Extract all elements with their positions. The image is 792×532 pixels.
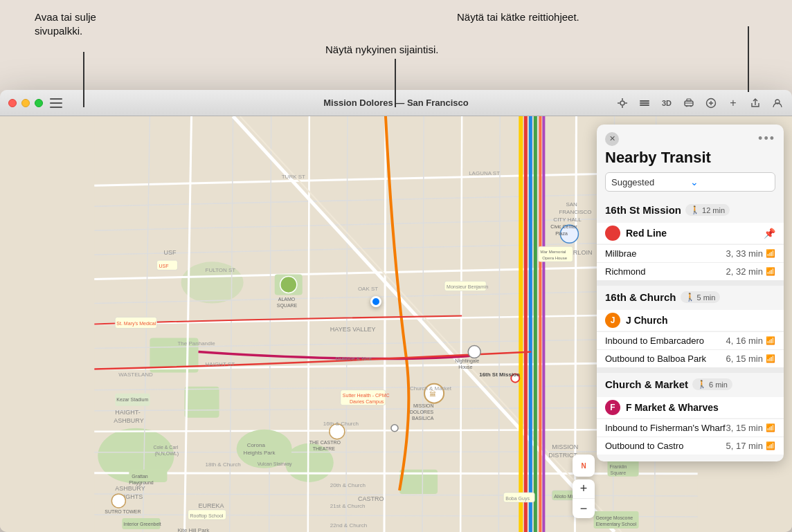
svg-text:THE CASTRO: THE CASTRO (309, 440, 341, 445)
panel-scroll-area[interactable]: 16th St Mission 🚶 12 min Red Line 📌 Mill… (597, 199, 784, 461)
panel-more-button[interactable]: ••• (758, 131, 775, 146)
svg-text:20th & Church: 20th & Church (330, 482, 366, 488)
svg-point-10 (690, 105, 692, 107)
svg-text:MISSION: MISSION (413, 403, 434, 408)
station-header: 16th & Church 🚶 5 min (605, 291, 775, 303)
svg-text:Vulcan Stairway: Vulcan Stairway (258, 461, 292, 467)
route-time: 3, 15 min (726, 423, 763, 433)
titlebar-actions: 3D + (616, 97, 784, 109)
svg-point-81 (280, 276, 297, 293)
svg-text:HAIGHT ST: HAIGHT ST (206, 361, 235, 367)
station-walk-time: 🚶 12 min (685, 204, 730, 216)
map-area[interactable]: HAIGHT- ASHBURY WASTELAND USF HAYES VALL… (0, 116, 792, 532)
svg-text:THEATRE: THEATRE (313, 446, 335, 451)
svg-text:Franklin: Franklin (610, 464, 627, 469)
transit-icon[interactable] (683, 97, 695, 109)
svg-text:16th & Church: 16th & Church (323, 421, 359, 427)
window-title: Mission Dolores — San Francisco (323, 98, 469, 108)
svg-text:HAYES VALLEY: HAYES VALLEY (330, 326, 376, 333)
svg-text:USF: USF (163, 249, 177, 256)
svg-text:Corona: Corona (247, 442, 266, 448)
zoom-out-button[interactable]: − (573, 499, 595, 518)
share-icon[interactable] (749, 97, 762, 109)
dropdown-value: Suggested (611, 177, 690, 187)
route-dest: Millbrae (605, 248, 726, 259)
station-section-16th-mission: 16th St Mission 🚶 12 min (597, 199, 784, 223)
svg-text:CITY HALL: CITY HALL (553, 217, 582, 223)
route-time: 2, 32 min (726, 266, 763, 277)
svg-text:ASHBURY: ASHBURY (114, 417, 143, 424)
svg-text:Nightingale: Nightingale (455, 358, 479, 364)
svg-rect-12 (687, 99, 691, 101)
sidebar-toggle-button[interactable] (50, 98, 62, 108)
svg-text:OAK ST: OAK ST (358, 286, 378, 292)
station-section-16th-church: 16th & Church 🚶 5 min (597, 286, 784, 310)
sort-dropdown[interactable]: Suggested ⌄ (605, 172, 775, 192)
dropdown-arrow-icon: ⌄ (690, 176, 769, 187)
route-dest: Inbound to Embarcadero (605, 336, 726, 346)
zoom-plus-icon[interactable]: + (727, 97, 739, 109)
route-row-castro: Outbound to Castro 5, 17 min 📶 (597, 437, 784, 455)
window-controls (8, 99, 43, 107)
svg-text:Opera House: Opera House (542, 256, 567, 260)
maximize-button[interactable] (35, 99, 43, 107)
walk-duration: 6 min (709, 380, 728, 389)
titlebar: Mission Dolores — San Francisco 3D + (0, 90, 792, 116)
profile-icon[interactable] (771, 97, 784, 109)
annotation-line-directions (748, 26, 749, 92)
svg-rect-21 (184, 387, 219, 418)
line-dot-j: J (605, 313, 620, 328)
location-dot (370, 296, 381, 307)
svg-text:SUTRO TOWER: SUTRO TOWER (105, 509, 141, 514)
svg-text:George Moscone: George Moscone (595, 515, 633, 521)
minimize-button[interactable] (21, 99, 30, 107)
svg-text:SQUARE: SQUARE (277, 303, 298, 309)
svg-text:Church & Market: Church & Market (410, 385, 452, 392)
walk-duration: 12 min (702, 206, 725, 214)
panel-header: ✕ ••• (597, 125, 784, 149)
svg-point-0 (620, 101, 624, 105)
route-time: 6, 15 min (726, 354, 763, 364)
svg-text:18th & Church: 18th & Church (206, 461, 241, 468)
route-dest: Inbound to Fisherman's Wharf (605, 423, 726, 433)
svg-text:WASTELAND: WASTELAND (118, 372, 153, 378)
svg-text:CASTRO: CASTRO (358, 495, 384, 502)
svg-text:FULTON ST: FULTON ST (206, 267, 236, 273)
annotation-sidebar: Avaa tai suljesivupalkki. (35, 10, 96, 39)
station-walk-time: 🚶 5 min (681, 291, 721, 303)
add-location-icon[interactable] (705, 97, 717, 109)
signal-icon: 📶 (766, 249, 775, 258)
route-row-fishermans: Inbound to Fisherman's Wharf 3, 15 min 📶 (597, 419, 784, 437)
svg-text:EUREKA: EUREKA (199, 502, 224, 509)
signal-icon: 📶 (766, 441, 775, 450)
annotation-line-location (395, 59, 396, 107)
annotation-directions: Näytä tai kätke reittiohjeet. (457, 10, 579, 24)
line-header-red: Red Line 📌 (597, 223, 784, 244)
walk-icon: 🚶 (690, 205, 700, 214)
line-dot-f: F (605, 400, 620, 415)
route-row-balboa: Outbound to Balboa Park 6, 15 min 📶 (597, 349, 784, 367)
route-time: 5, 17 min (726, 441, 763, 451)
zoom-in-button[interactable]: + (573, 479, 595, 499)
route-dest: Richmond (605, 266, 726, 277)
svg-text:USF: USF (159, 264, 168, 268)
svg-text:22nd & Church: 22nd & Church (330, 522, 367, 529)
panel-title: Nearby Transit (597, 149, 784, 172)
svg-text:(N,N,OWL): (N,N,OWL) (154, 451, 179, 457)
station-header: Church & Market 🚶 6 min (605, 378, 775, 390)
map-controls: N + − (573, 455, 595, 518)
route-time: 4, 16 min (726, 336, 763, 346)
svg-text:Interior Greenbelt: Interior Greenbelt (123, 522, 161, 526)
close-button[interactable] (8, 99, 17, 107)
station-name: Church & Market (605, 378, 688, 390)
location-icon[interactable] (616, 97, 629, 109)
svg-text:ASHBURY: ASHBURY (115, 485, 145, 492)
3d-icon[interactable]: 3D (660, 97, 673, 109)
map-layers-icon[interactable] (638, 97, 651, 109)
compass-button[interactable]: N (573, 455, 595, 477)
panel-close-button[interactable]: ✕ (605, 132, 619, 146)
svg-text:MISSION: MISSION (552, 443, 578, 450)
svg-rect-7 (640, 104, 649, 106)
walk-icon: 🚶 (685, 293, 695, 302)
signal-icon: 📶 (766, 267, 775, 276)
